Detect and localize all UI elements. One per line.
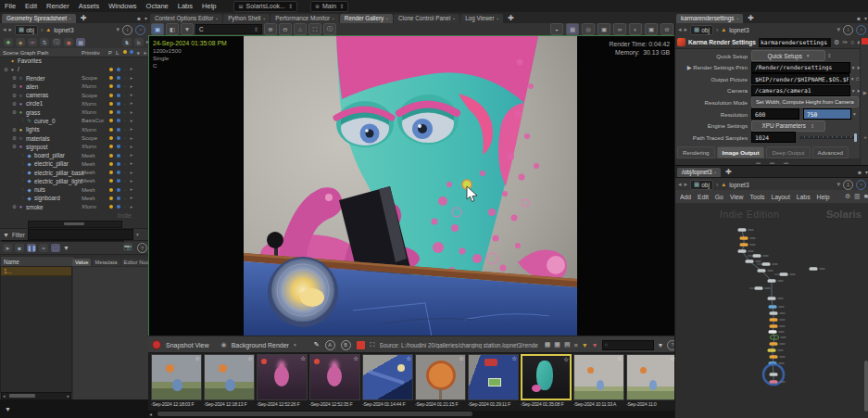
render-flag-icon[interactable] [862,38,868,44]
tab-performance-monitor[interactable]: Performance Monitor▪ [270,14,339,23]
visible-flag[interactable] [117,136,120,140]
tree-row-Favorites[interactable]: ✦Favorites [0,57,148,65]
select-arrow-icon[interactable]: ➤ [130,67,133,71]
wrench-icon[interactable]: ⚙ [845,193,850,200]
chevron-down-icon[interactable]: ▾ [294,342,296,348]
active-flag[interactable] [109,76,113,80]
new-tab-button[interactable]: ✚ [722,168,736,177]
network-view[interactable]: Indie Edition Solaris [675,203,868,418]
param-slider[interactable] [799,136,857,139]
gallery-thumb-10[interactable]: ☆-Sep-2024 11:0 [626,354,677,412]
favorite-star-icon[interactable]: ☆ [511,355,517,362]
chevron-down-icon[interactable]: ▾ [864,15,867,21]
active-flag[interactable] [109,68,113,71]
param-tab-image-output[interactable]: Image Output [717,146,765,158]
tree-hscrollbar[interactable] [28,221,122,228]
select-arrow-icon[interactable]: ➤ [130,161,133,166]
node-label[interactable]: lopnet3 [54,27,73,33]
select-arrow-icon[interactable]: ➤ [130,179,133,184]
background-render-button[interactable]: Background Render [232,342,289,348]
param-tab-rendering[interactable]: Rendering [677,146,715,158]
menu-edit[interactable]: Edit [20,2,42,10]
expand-caret-icon[interactable]: ⚙ [11,93,18,98]
menu-assets[interactable]: Assets [74,2,105,10]
favorite-star-icon[interactable]: ☆ [300,355,306,362]
panel-icon[interactable]: ■▸ [863,193,868,200]
active-flag[interactable] [109,119,113,122]
chevron-down-icon[interactable]: ▾ [116,26,120,33]
back-icon[interactable]: ◂ [678,26,682,33]
active-flag[interactable] [109,179,113,183]
gallery-search-input[interactable]: ○ [602,340,654,350]
new-tab-button[interactable]: ✚ [744,14,758,23]
context-chip[interactable]: ▦obj [690,180,713,190]
tree-row-signpost[interactable]: ⚙●signpostXform-➤ [0,143,148,151]
tree-row-board-pillar[interactable]: └◆board_pillarMesh-➤ [0,151,148,159]
snapshot-camera-icon[interactable]: ⛶ [371,341,375,348]
active-flag[interactable] [109,110,113,114]
clear-filter-icon[interactable]: ▼ [592,342,598,348]
help-icon[interactable]: ⊘ [660,23,673,35]
back-icon[interactable]: ◂ [678,181,682,188]
close-icon[interactable]: ▪ [264,16,266,21]
favorite-star-icon[interactable]: ☆ [459,355,464,362]
forward-icon[interactable]: ▸ [685,181,688,188]
brush-icon[interactable]: ✑ [842,39,848,46]
gallery-thumb-6[interactable]: ☆-Sep-2024 01:21:15 F [415,354,466,412]
close-icon[interactable]: ▪ [69,16,71,21]
tab-obj-lopnet3[interactable]: /obj/lopnet3▪ [677,168,721,177]
tree-row-cameras[interactable]: ⚙○camerasScope-➤ [0,91,148,99]
netmenu-go[interactable]: Go [715,194,723,200]
favorite-star-icon[interactable]: ☆ [247,355,253,362]
tree-row--[interactable]: ⚙●/-➤ [0,65,148,73]
favorite-star-icon[interactable]: ☆ [563,356,569,363]
tab-clone-control-panel[interactable]: Clone Control Panel▪ [394,14,459,23]
select-arrow-icon[interactable]: ➤ [130,119,133,123]
param-menu-button[interactable]: Quick Setups▾ [751,50,825,61]
netmenu-edit[interactable]: Edit [698,194,709,200]
list-view-icon[interactable]: ≡ [574,342,578,348]
visible-flag[interactable] [117,68,120,71]
expand-caret-icon[interactable]: ⚙ [11,127,18,133]
thumb-image[interactable]: ☆ [362,354,413,400]
grid-large-icon[interactable]: ▤ [564,341,571,348]
render-view[interactable]: 24-Sep-2024 01:35:08 PM 1200x1500 Single… [148,35,675,337]
tree-row-materials[interactable]: ⚙○materialsScope-➤ [0,133,148,142]
visible-flag[interactable] [117,188,120,192]
tree-row-electric-pillar-light[interactable]: └◆electric_pillar_lightMesh-➤ [0,177,148,185]
gallery-thumb-4[interactable]: ☆-Sep-2024 12:52:35 F [309,354,360,412]
expand-caret-icon[interactable]: ⚙ [11,144,18,149]
netmenu-add[interactable]: Add [680,194,691,200]
gallery-thumb-5[interactable]: ☆-Sep-2024 01:14:44 F [362,354,413,412]
grid-overlay-icon[interactable]: ▦ [566,23,579,35]
active-flag[interactable] [109,84,113,88]
select-arrow-icon[interactable]: ➤ [130,187,133,192]
history-icon[interactable]: ◔ [856,25,866,35]
close-icon[interactable]: ▪ [497,16,499,21]
thumb-image[interactable]: ☆ [415,354,466,400]
square-icon[interactable]: ■ [15,244,24,252]
select-icon[interactable]: ➤ [3,244,12,252]
active-flag[interactable] [109,205,113,209]
select-arrow-icon[interactable]: ➤ [130,127,133,132]
context-chip[interactable]: ▦obj [690,25,713,35]
snapshot-view-button[interactable]: Snapshot View [166,342,209,348]
select-arrow-icon[interactable]: ➤ [130,153,133,158]
select-arrow-icon[interactable]: ➤ [130,145,133,149]
netmenu-view[interactable]: View [730,194,744,200]
grid-medium-icon[interactable]: ▦ [554,341,560,348]
visible-flag[interactable] [117,128,120,132]
display-mode-icon[interactable]: ▣ [151,23,164,35]
tree-row-curve-0[interactable]: └∿curve_0BasisCur-➤ [0,117,148,125]
chevron-down-icon[interactable]: ▾ [853,111,856,117]
context-chip[interactable]: ▦obj [15,25,38,35]
param-scroll-strip[interactable]: ▬▬▬ [675,158,868,165]
camera-icon[interactable]: 📷 [123,243,132,251]
pen-icon[interactable]: ✎ [314,341,320,348]
search-icon[interactable]: ○ [850,39,854,45]
funnel-icon[interactable]: ▼ [658,342,664,348]
tab-value[interactable]: Value [72,259,91,266]
thumb-image[interactable]: ☆ [468,354,519,400]
param-value-field[interactable]: 1024 [751,132,796,143]
visible-flag[interactable] [117,145,120,148]
